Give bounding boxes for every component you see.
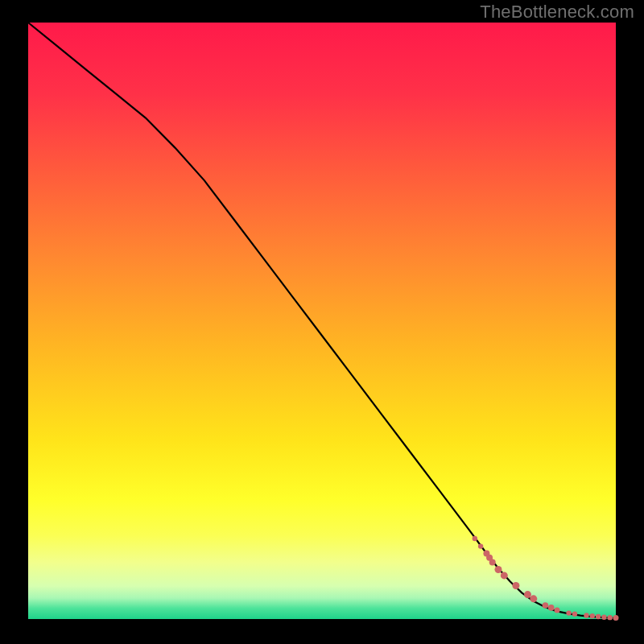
curve-marker (473, 536, 477, 541)
curve-marker (572, 612, 577, 617)
curve-marker (489, 559, 496, 566)
curve-marker (590, 613, 595, 618)
curve-marker (584, 613, 588, 617)
bottleneck-chart (0, 0, 644, 644)
curve-marker (555, 607, 560, 613)
curve-marker (543, 602, 549, 609)
curve-marker (608, 615, 613, 620)
curve-marker (501, 572, 508, 579)
curve-marker (512, 582, 519, 589)
chart-stage: { "attribution": "TheBottleneck.com", "p… (0, 0, 644, 644)
plot-background (28, 23, 616, 619)
curve-marker (478, 543, 483, 548)
curve-marker (601, 615, 606, 620)
curve-marker (530, 595, 537, 602)
curve-marker (548, 605, 555, 611)
curve-marker (613, 615, 619, 621)
attribution-text: TheBottleneck.com (480, 2, 634, 23)
curve-marker (596, 614, 601, 619)
curve-marker (524, 591, 531, 598)
curve-marker (566, 610, 571, 615)
curve-marker (495, 566, 502, 573)
